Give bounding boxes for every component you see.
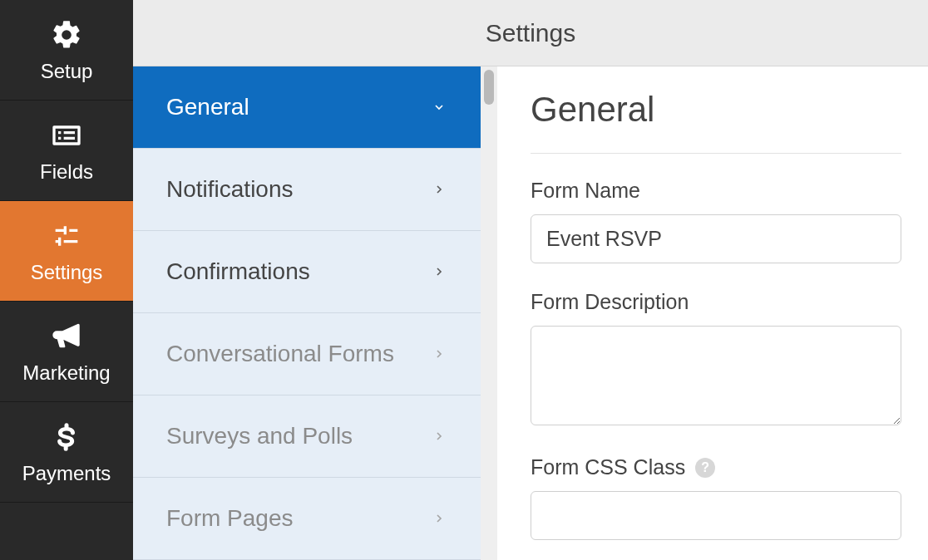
nav-fields-label: Fields	[40, 160, 93, 184]
nav-marketing[interactable]: Marketing	[0, 302, 133, 402]
subnav-confirmations[interactable]: Confirmations	[133, 231, 481, 313]
nav-marketing-label: Marketing	[22, 361, 110, 385]
topbar-title: Settings	[486, 19, 575, 47]
subnav-general[interactable]: General	[133, 66, 481, 149]
chevron-right-icon	[431, 346, 447, 362]
subnav-scrollbar-thumb[interactable]	[484, 70, 494, 105]
chevron-right-icon	[431, 428, 447, 445]
subnav-surveys-label: Surveys and Polls	[166, 423, 353, 449]
subnav-conversational-label: Conversational Forms	[166, 341, 394, 367]
app-root: Setup Fields Settings Marketing Payments	[0, 0, 928, 560]
form-css-input[interactable]	[531, 491, 901, 540]
form-name-group: Form Name	[531, 179, 901, 263]
form-description-label: Form Description	[531, 290, 901, 314]
form-css-label-text: Form CSS Class	[531, 455, 685, 479]
sliders-icon	[47, 219, 86, 253]
subnav-confirmations-label: Confirmations	[166, 258, 310, 285]
chevron-right-icon	[431, 181, 447, 198]
subnav-general-label: General	[166, 94, 249, 120]
subnav-formpages-label: Form Pages	[166, 505, 294, 532]
content-column: Settings General Notifications	[133, 0, 928, 560]
nav-settings[interactable]: Settings	[0, 201, 133, 302]
nav-payments-label: Payments	[22, 462, 111, 485]
form-css-group: Form CSS Class ?	[531, 455, 901, 540]
body-row: General Notifications Confirmations	[133, 66, 928, 560]
subnav-notifications[interactable]: Notifications	[133, 149, 481, 231]
topbar: Settings	[133, 0, 928, 66]
form-name-label: Form Name	[531, 179, 901, 203]
chevron-right-icon	[431, 263, 447, 280]
settings-panel: General Form Name Form Description Form …	[497, 66, 928, 560]
chevron-right-icon	[431, 510, 447, 527]
nav-payments[interactable]: Payments	[0, 402, 133, 503]
subnav-formpages[interactable]: Form Pages	[133, 478, 481, 560]
help-icon[interactable]: ?	[695, 458, 715, 478]
panel-heading: General	[531, 90, 901, 154]
nav-setup-label: Setup	[41, 60, 93, 83]
subnav-surveys[interactable]: Surveys and Polls	[133, 395, 481, 478]
bullhorn-icon	[47, 320, 86, 353]
gear-icon	[47, 18, 86, 52]
subnav-notifications-label: Notifications	[166, 176, 294, 203]
settings-subnav: General Notifications Confirmations	[133, 66, 481, 560]
nav-setup[interactable]: Setup	[0, 0, 133, 101]
settings-subnav-wrap: General Notifications Confirmations	[133, 66, 497, 560]
subnav-scrollbar[interactable]	[481, 66, 497, 560]
list-icon	[47, 119, 86, 152]
nav-settings-label: Settings	[31, 261, 103, 284]
form-css-label: Form CSS Class ?	[531, 455, 901, 479]
form-description-input[interactable]	[531, 326, 901, 425]
form-name-input[interactable]	[531, 214, 901, 263]
chevron-down-icon	[431, 99, 447, 115]
nav-fields[interactable]: Fields	[0, 101, 133, 201]
subnav-conversational[interactable]: Conversational Forms	[133, 313, 481, 395]
form-description-group: Form Description	[531, 290, 901, 429]
dollar-icon	[47, 420, 86, 454]
primary-nav-rail: Setup Fields Settings Marketing Payments	[0, 0, 133, 560]
